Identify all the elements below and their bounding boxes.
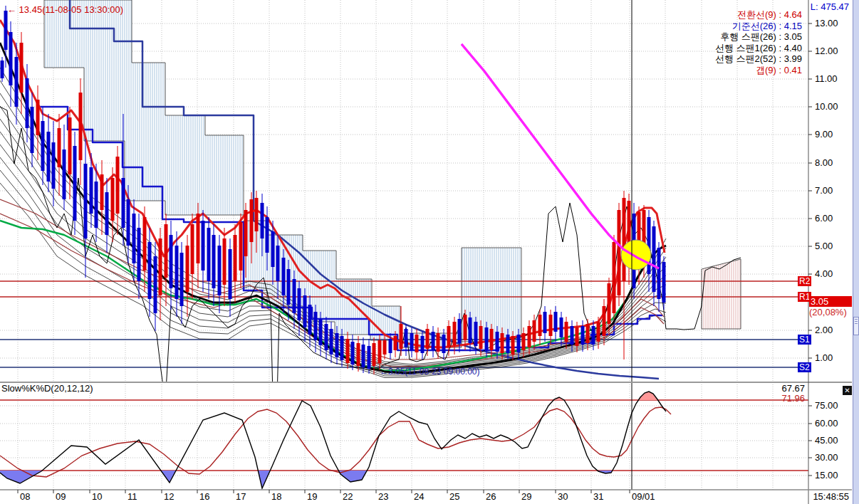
candle-body [212, 235, 216, 288]
candle-body [554, 312, 558, 332]
x-axis-label: 12 [164, 492, 174, 502]
current-price-badge: 3.05 [809, 296, 852, 307]
candle-body [271, 231, 275, 267]
x-axis-label: 24 [414, 492, 424, 502]
candle-body [501, 333, 504, 353]
candle-body [1, 61, 4, 78]
x-axis-label: 16 [199, 492, 209, 502]
candle-body [490, 329, 494, 350]
chart-canvas[interactable] [0, 0, 859, 504]
last-value-label: L: 475.47 [811, 2, 849, 12]
close-subchart-button[interactable]: ✕ [843, 386, 852, 395]
candle-body [105, 192, 109, 235]
scrollbar-thumb[interactable] [853, 317, 859, 335]
x-axis-label: 30 [558, 492, 568, 502]
candle-body [657, 248, 661, 299]
x-axis-label: 08 [20, 492, 30, 502]
candle-body [511, 336, 515, 355]
candle-body [373, 343, 376, 366]
candle-body [244, 210, 248, 256]
candle-body [528, 326, 531, 347]
x-axis-label: 11 [127, 492, 137, 502]
stochastic-title: Slow%K%D(20,12,12) [1, 384, 93, 394]
candle-body [52, 142, 56, 189]
candle-body [618, 210, 621, 295]
price-axis-label: 11.00 [815, 74, 838, 84]
candle-body [175, 246, 179, 299]
candle-body [127, 199, 130, 246]
thumb-grip [855, 319, 858, 320]
candle-body [576, 327, 579, 346]
candle-body [400, 324, 403, 349]
legend-row: 선행 스팬1(26) : 4.40 [715, 43, 802, 54]
candle-body [351, 342, 355, 364]
x-axis-label: 09/01 [632, 492, 655, 502]
candle-body [485, 327, 489, 350]
x-axis-label: 29 [521, 492, 531, 502]
price-axis-label: 2.00 [815, 325, 833, 335]
stochastic-panel[interactable] [0, 382, 808, 490]
thumb-grip [855, 321, 858, 322]
candle-body [453, 322, 457, 345]
x-axis-label: 25 [449, 492, 459, 502]
candle-body [335, 333, 339, 357]
price-axis-label: 1.00 [815, 353, 833, 363]
candle-body [15, 57, 19, 107]
price-axis-label: 4.00 [815, 269, 833, 279]
candle-body [560, 317, 563, 337]
candle-body [522, 333, 526, 350]
horizontal-scrollbar-track[interactable] [853, 0, 859, 504]
candle-body [447, 326, 451, 347]
candle-body [458, 319, 462, 343]
candle-body [533, 320, 536, 342]
candle-body [571, 326, 574, 345]
candle-body [592, 326, 595, 345]
price-axis-label: 6.00 [815, 214, 833, 224]
candle-body [314, 312, 318, 340]
candle-body [9, 32, 13, 85]
candle-body [586, 324, 590, 343]
candle-body [330, 329, 333, 355]
candle-body [239, 222, 243, 271]
candle-body [90, 167, 93, 214]
candle-body [266, 217, 269, 253]
price-axis-label: 10.00 [815, 102, 838, 112]
candle-body [63, 149, 66, 199]
candle-body [36, 100, 40, 135]
price-axis-label: 7.00 [815, 186, 833, 196]
x-axis-label: 18 [271, 492, 281, 502]
x-axis-label: 19 [307, 492, 317, 502]
slow-k-line [0, 392, 666, 488]
candle-body [4, 11, 8, 50]
candle-body [303, 295, 307, 327]
candle-body [143, 217, 147, 271]
sub-axis-label: 30.00 [815, 453, 838, 463]
candle-body [581, 326, 585, 345]
candle-body [148, 242, 152, 299]
candle-body [652, 226, 656, 292]
sub-axis-label: 15.00 [815, 471, 838, 481]
x-axis-label: 31 [593, 492, 603, 502]
candle-body [255, 198, 259, 231]
candle-body [543, 312, 547, 333]
lagging-span-annotation: ←3.05(11-08-23 09:00:00) [380, 367, 480, 377]
candle-body [340, 336, 344, 360]
legend-row: 갭(9) : 0.41 [715, 65, 802, 76]
signal-circle[interactable] [621, 240, 651, 270]
ichimoku-legend: 전환선(9) : 4.64기준선(26) : 4.15후행 스팬(26) : 3… [715, 9, 802, 75]
candle-body [613, 242, 616, 313]
candle-body [383, 340, 387, 355]
candle-body [325, 324, 328, 350]
candle-body [282, 258, 286, 295]
candle-body [319, 319, 323, 345]
candle-body [111, 178, 115, 221]
candle-body [159, 238, 162, 295]
legend-row: 후행 스팬(26) : 3.05 [715, 31, 802, 43]
candle-body [20, 43, 24, 93]
trading-chart-window: ← 13.45(11-08-05 13:30:00) ←3.05(11-08-2… [0, 0, 859, 504]
candle-body [229, 249, 232, 299]
price-axis-label: 5.00 [815, 241, 833, 251]
candle-body [565, 322, 568, 342]
candle-body [368, 346, 371, 369]
candle-body [662, 262, 666, 303]
